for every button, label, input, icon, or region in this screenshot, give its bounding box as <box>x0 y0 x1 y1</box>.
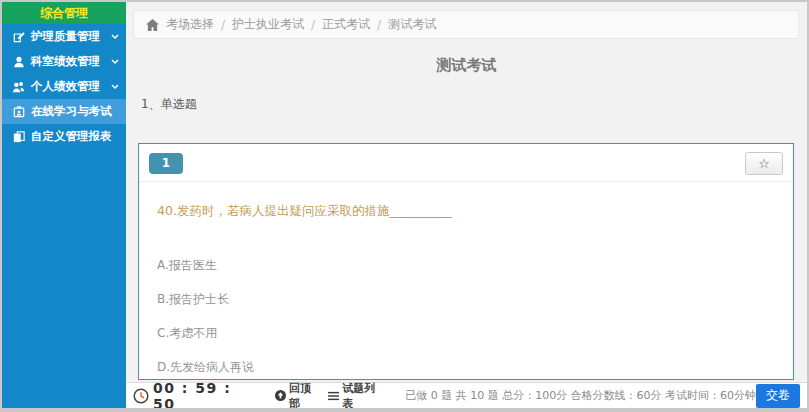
clock-icon <box>133 388 149 404</box>
breadcrumb-item-test-exam[interactable]: 测试考试 <box>388 16 436 33</box>
breadcrumb: 考场选择 / 护士执业考试 / 正式考试 / 测试考试 <box>133 10 799 39</box>
sidebar: 综合管理 护理质量管理 科室绩效管理 <box>2 2 126 408</box>
breadcrumb-item-nurse-exam[interactable]: 护士执业考试 <box>232 16 304 33</box>
back-to-top-label: 回顶部 <box>289 381 316 409</box>
page-title: 测试考试 <box>126 56 807 75</box>
exam-stats: 已做 0 题 共 10 题 总分：100分 合格分数线：60分 考试时间：60分… <box>405 388 756 403</box>
breadcrumb-separator: / <box>377 18 381 32</box>
answer-options: A.报告医生 B.报告护士长 C.考虑不用 D.先发给病人再说 E.重新核对，确… <box>157 257 775 380</box>
question-number-badge[interactable]: 1 <box>149 153 183 174</box>
favorite-button[interactable]: ☆ <box>745 152 783 175</box>
users-icon <box>12 81 25 93</box>
answer-option-a[interactable]: A.报告医生 <box>157 257 775 274</box>
list-icon <box>328 391 339 401</box>
sidebar-item-personal-performance[interactable]: 个人绩效管理 <box>2 74 126 99</box>
breadcrumb-separator: / <box>221 18 225 32</box>
breadcrumb-separator: / <box>311 18 315 32</box>
sidebar-item-label: 个人绩效管理 <box>31 79 100 94</box>
question-text: 40.发药时，若病人提出疑问应采取的措施__________ <box>157 203 775 220</box>
question-list-label: 试题列表 <box>342 381 379 409</box>
sidebar-item-label: 科室绩效管理 <box>31 54 100 69</box>
home-icon[interactable] <box>146 19 159 31</box>
user-icon <box>12 56 25 68</box>
main-content: 考场选择 / 护士执业考试 / 正式考试 / 测试考试 测试考试 1、单选题 1… <box>126 2 807 408</box>
breadcrumb-item-formal-exam[interactable]: 正式考试 <box>322 16 370 33</box>
exam-app: 综合管理 护理质量管理 科室绩效管理 <box>0 0 809 412</box>
id-badge-icon <box>12 106 25 118</box>
sidebar-item-online-learning-exam[interactable]: 在线学习与考试 <box>2 99 126 124</box>
sidebar-item-label: 护理质量管理 <box>31 29 100 44</box>
question-list-button[interactable]: 试题列表 <box>328 381 379 409</box>
answer-option-c[interactable]: C.考虑不用 <box>157 325 775 342</box>
edit-icon <box>12 31 25 43</box>
answer-option-d[interactable]: D.先发给病人再说 <box>157 359 775 376</box>
report-icon <box>12 131 25 143</box>
sidebar-item-label: 自定义管理报表 <box>31 129 112 144</box>
chevron-down-icon <box>111 59 119 65</box>
sidebar-title: 综合管理 <box>2 2 126 24</box>
answer-option-b[interactable]: B.报告护士长 <box>157 291 775 308</box>
sidebar-item-nursing-quality[interactable]: 护理质量管理 <box>2 24 126 49</box>
arrow-up-circle-icon <box>275 390 286 401</box>
star-icon: ☆ <box>758 156 770 171</box>
sidebar-item-label: 在线学习与考试 <box>31 104 112 119</box>
back-to-top-button[interactable]: 回顶部 <box>275 381 316 409</box>
chevron-down-icon <box>111 84 119 90</box>
sidebar-item-dept-performance[interactable]: 科室绩效管理 <box>2 49 126 74</box>
timer: 00 : 59 : 50 <box>153 380 247 409</box>
question-card: 1 ☆ 40.发药时，若病人提出疑问应采取的措施__________ A.报告医… <box>138 143 794 380</box>
sidebar-item-custom-reports[interactable]: 自定义管理报表 <box>2 124 126 149</box>
chevron-down-icon <box>111 34 119 40</box>
exam-footer: 00 : 59 : 50 回顶部 试题列表 已做 0 题 共 10 题 总分：1… <box>126 382 807 408</box>
question-card-header: 1 ☆ <box>139 144 793 182</box>
sidebar-menu: 护理质量管理 科室绩效管理 个人绩效管理 <box>2 24 126 149</box>
breadcrumb-item-exam-room[interactable]: 考场选择 <box>166 16 214 33</box>
section-label: 1、单选题 <box>141 96 807 113</box>
submit-button[interactable]: 交卷 <box>756 384 800 408</box>
